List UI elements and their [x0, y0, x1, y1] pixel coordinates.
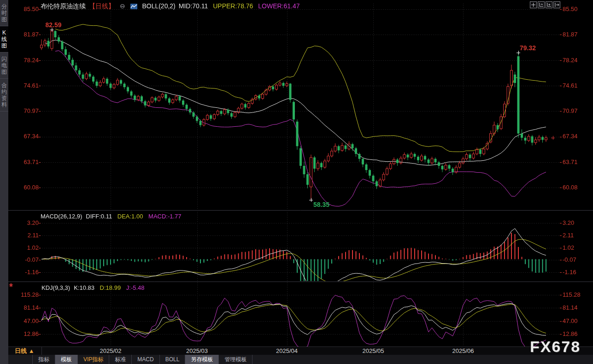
month-label: 2025/03: [186, 347, 208, 355]
macd-axis-label: -1.16: [563, 269, 590, 276]
price-axis-label: 70.97: [563, 108, 590, 114]
macd-axis-label: 3.20: [563, 220, 590, 226]
month-label: 2025/05: [363, 347, 384, 355]
kdj-j-value: J:-5.48: [126, 284, 145, 291]
price-annotation: 79.32: [520, 44, 536, 52]
price-axis-label: 81.87: [563, 31, 590, 38]
macd-axis-label: 3.20: [11, 220, 39, 226]
price-axis-label: 78.24: [11, 57, 39, 64]
macd-axis-label: -1.16: [11, 269, 39, 276]
toolbar-tab[interactable]: 模板: [55, 355, 78, 364]
export-right-icon[interactable]: [553, 1, 560, 8]
toolbar-spacer: [8, 355, 33, 364]
boll-label: BOLL(20,2): [142, 2, 175, 10]
toolbar-tab[interactable]: MACD: [132, 355, 159, 364]
toolbar-tab[interactable]: 标准: [109, 355, 132, 364]
kdj-name: KDJ(9,3,3): [41, 284, 70, 291]
macd-name: MACD(26,12,9): [41, 213, 82, 220]
sidebar-tab[interactable]: 闪电图: [0, 53, 8, 79]
price-axis-label: 74.61: [563, 82, 590, 89]
price-axis-label: 70.97: [11, 108, 39, 114]
macd-axis-label: 2.11: [11, 232, 39, 239]
price-axis-label: 63.71: [563, 159, 590, 165]
macd-axis-label: -0.07: [563, 257, 590, 263]
kdj-k-value: K:10.83: [74, 284, 94, 291]
month-label: 2025/02: [100, 347, 122, 355]
month-label: 2025/06: [452, 347, 474, 355]
kdj-axis-left: 115.2881.1447.0012.86: [11, 292, 39, 337]
price-axis-left: 85.5081.8778.2474.6170.9767.3463.7160.08: [11, 6, 39, 191]
kdj-header: KDJ(9,3,3)K:10.83 D:18.99 J:-5.48: [41, 284, 148, 291]
boll-mid-value: MID:70.11: [179, 2, 208, 10]
price-axis-label: 78.24: [563, 57, 590, 64]
toolbar-tab[interactable]: 管理模板: [219, 355, 252, 364]
kdj-axis-label: 12.86: [11, 331, 39, 337]
time-axis: 日线 ▲ 2025/022025/032025/042025/052025/06: [8, 346, 593, 356]
sidebar-tab[interactable]: 合约资料: [0, 79, 8, 112]
macd-axis-label: 2.11: [563, 232, 590, 239]
pan-axis-icon[interactable]: [546, 1, 552, 8]
kdj-axis-right: 115.2881.1447.0012.86: [563, 292, 590, 337]
scale-axis-icon[interactable]: [538, 1, 545, 8]
chart-header: 布伦特原油连续【日线】 ⊖ BOLL(20,2)MID:70.11 UPPER:…: [41, 2, 303, 11]
toolbar-tab[interactable]: VIP指标: [78, 355, 109, 364]
price-annotation: 82.59: [46, 21, 62, 29]
collapse-icon[interactable]: ⊖: [120, 2, 125, 10]
period-badge: 【日线】: [89, 2, 115, 10]
sidebar-tab[interactable]: K线图: [0, 26, 8, 53]
price-annotation: 58.35: [313, 201, 329, 208]
divider: [41, 347, 42, 355]
indicator-chart-icon: [130, 3, 137, 11]
price-axis-right: 85.5081.8778.2474.6170.9767.3463.7160.08: [563, 6, 590, 191]
price-axis-label: 60.08: [11, 184, 39, 191]
kdj-axis-label: 81.14: [11, 305, 39, 311]
macd-macd-value: MACD:-1.77: [148, 213, 182, 220]
trading-app-window: 分时图K线图闪电图合约资料 布伦特原油连续【日线】 ⊖ BOLL(20,2)MI…: [0, 0, 593, 364]
toolbar-tab[interactable]: BOLL: [160, 355, 186, 364]
price-axis-label: 67.34: [11, 133, 39, 140]
price-axis-label: 81.87: [11, 31, 39, 38]
price-axis-label: 85.50: [563, 6, 590, 12]
macd-axis-right: 3.202.111.02-0.07-1.16: [563, 220, 590, 276]
price-axis-label: 60.08: [563, 184, 590, 191]
price-axis-label: 63.71: [11, 159, 39, 165]
kdj-axis-label: 47.00: [11, 318, 39, 324]
watermark: FX678: [530, 338, 581, 356]
macd-axis-label: -0.07: [11, 257, 39, 263]
chart-type-sidebar: 分时图K线图闪电图合约资料: [0, 0, 8, 364]
crosshair-icon[interactable]: [530, 1, 537, 8]
price-axis-label: 85.50: [11, 6, 39, 12]
macd-axis-label: 1.02: [563, 245, 590, 251]
symbol-name: 布伦特原油连续: [41, 2, 86, 10]
kdj-axis-label: 115.28: [11, 292, 39, 298]
price-axis-label: 74.61: [11, 82, 39, 89]
macd-diff-value: DIFF:0.11: [86, 213, 112, 220]
kdj-axis-label: 115.28: [563, 292, 590, 298]
kdj-axis-label: 12.86: [563, 331, 590, 337]
chart-canvas[interactable]: [0, 0, 593, 364]
alert-icon[interactable]: *: [9, 282, 13, 291]
boll-lower-value: LOWER:61.47: [258, 2, 299, 10]
kdj-d-value: D:18.99: [100, 284, 121, 291]
chart-tools: [530, 1, 560, 8]
macd-axis-label: 1.02: [11, 245, 39, 251]
toolbar-tab[interactable]: 另存模板: [185, 355, 219, 364]
kdj-axis-label: 81.14: [563, 305, 590, 311]
indicator-toolbar: 指标模板VIP指标标准MACDBOLL另存模板管理模板: [8, 355, 593, 364]
macd-axis-left: 3.202.111.02-0.07-1.16: [11, 220, 39, 276]
month-label: 2025/04: [276, 347, 298, 355]
period-selector[interactable]: 日线 ▲: [15, 347, 35, 355]
macd-header: MACD(26,12,9)DIFF:0.11 DEA:1.00 MACD:-1.…: [41, 213, 185, 220]
price-axis-label: 67.34: [563, 133, 590, 140]
boll-upper-value: UPPER:78.76: [213, 2, 253, 10]
kdj-axis-label: 47.00: [563, 318, 590, 324]
sidebar-tab[interactable]: 分时图: [0, 0, 8, 26]
toolbar-tab[interactable]: 指标: [33, 355, 55, 364]
macd-dea-value: DEA:1.00: [117, 213, 143, 220]
